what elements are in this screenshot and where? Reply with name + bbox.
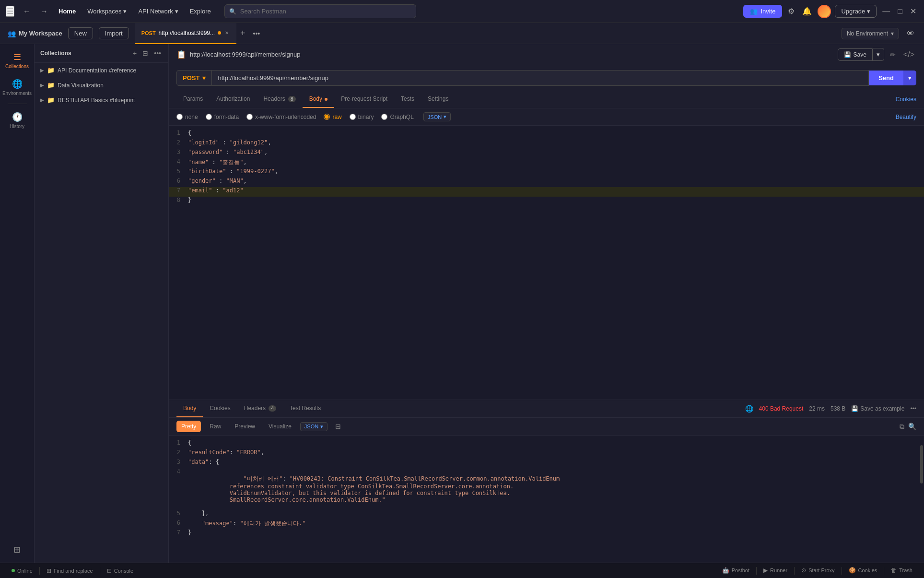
upgrade-button[interactable]: Upgrade ▾: [835, 5, 877, 18]
code-line: 4 "미처리 에러": "HV000243: Constraint ConSil…: [169, 468, 924, 510]
tab-params[interactable]: Params: [176, 91, 210, 108]
send-button[interactable]: Send: [869, 71, 903, 85]
online-dot: [12, 569, 15, 572]
tab-authorization[interactable]: Authorization: [210, 91, 257, 108]
scrollbar-thumb[interactable]: [920, 445, 923, 484]
response-tab-headers[interactable]: Headers 4: [237, 400, 283, 417]
new-tab-button[interactable]: +: [236, 23, 249, 44]
back-button[interactable]: ←: [20, 5, 34, 18]
trash-button[interactable]: 🗑 Trash: [885, 567, 918, 574]
send-dropdown-button[interactable]: ▾: [903, 71, 916, 85]
response-more-button[interactable]: •••: [910, 405, 916, 412]
more-collections-button[interactable]: •••: [152, 48, 163, 59]
save-button[interactable]: 💾 Save: [838, 48, 873, 61]
window-close-icon[interactable]: ✕: [908, 5, 918, 18]
avatar[interactable]: [818, 5, 831, 18]
save-example-button[interactable]: 💾 Save as example: [851, 405, 904, 412]
body-opt-form-data[interactable]: form-data: [206, 114, 239, 120]
menu-icon[interactable]: ☰: [6, 6, 14, 17]
body-opt-none[interactable]: none: [176, 114, 198, 120]
tab-url: http://localhost:9999...: [159, 30, 215, 36]
bell-icon[interactable]: 🔔: [800, 5, 814, 18]
environment-selector[interactable]: No Environment ▾: [842, 28, 899, 39]
code-snippet-button[interactable]: </>: [901, 48, 916, 61]
window-maximize-icon[interactable]: □: [896, 5, 904, 18]
response-search-button[interactable]: 🔍: [908, 423, 916, 430]
cookies-link[interactable]: Cookies: [896, 91, 916, 107]
body-opt-raw[interactable]: raw: [324, 114, 341, 120]
start-proxy-button[interactable]: ⊙ Start Proxy: [795, 567, 840, 574]
collection-api-docs[interactable]: ▶ 📁 API Documentation #reference: [35, 63, 168, 78]
method-selector[interactable]: POST ▾: [176, 70, 212, 86]
window-minimize-icon[interactable]: —: [880, 5, 892, 18]
collection-data-viz[interactable]: ▶ 📁 Data Visualization: [35, 78, 168, 93]
filter-collections-button[interactable]: ⊟: [141, 48, 150, 59]
tab-tests[interactable]: Tests: [394, 91, 421, 108]
response-tab-test-results[interactable]: Test Results: [283, 400, 327, 417]
json-format-selector[interactable]: JSON ▾: [423, 112, 451, 121]
sidebar-item-apps[interactable]: ⊞: [2, 541, 33, 559]
api-network-menu[interactable]: API Network ▾: [134, 6, 182, 17]
sidebar-divider: [8, 104, 27, 104]
collection-restful-basics[interactable]: ▶ 📁 RESTful API Basics #blueprint: [35, 93, 168, 107]
res-sub-tab-preview[interactable]: Preview: [230, 421, 260, 432]
body-opt-graphql[interactable]: GraphQL: [381, 114, 413, 120]
postbot-button[interactable]: 🤖 Postbot: [716, 567, 755, 574]
body-opt-binary[interactable]: binary: [350, 114, 374, 120]
find-replace-button[interactable]: ⊞ Find and replace: [41, 563, 99, 578]
response-tab-body[interactable]: Body: [176, 400, 203, 417]
tab-pre-request[interactable]: Pre-request Script: [334, 91, 394, 108]
chevron-down-icon: ▾: [175, 8, 178, 15]
workspaces-menu[interactable]: Workspaces ▾: [83, 6, 130, 17]
response-filter-icon[interactable]: ⊟: [335, 423, 341, 430]
invite-button[interactable]: 👥 Invite: [743, 5, 782, 18]
res-sub-tab-visualize[interactable]: Visualize: [264, 421, 296, 432]
tab-settings[interactable]: Settings: [421, 91, 455, 108]
request-tab[interactable]: POST http://localhost:9999... ✕: [135, 23, 236, 44]
console-button[interactable]: ⊟ Console: [101, 563, 139, 578]
new-button[interactable]: New: [68, 27, 93, 39]
environment-view-button[interactable]: 👁: [905, 27, 916, 40]
response-tabs-bar: Body Cookies Headers 4 Test Results 🌐 40…: [169, 400, 924, 418]
search-bar: 🔍: [224, 4, 416, 18]
forward-button[interactable]: →: [37, 5, 51, 18]
topbar: ☰ ← → Home Workspaces ▾ API Network ▾ Ex…: [0, 0, 924, 23]
res-sub-tab-pretty[interactable]: Pretty: [176, 421, 201, 432]
apps-icon: ⊞: [13, 544, 21, 555]
response-copy-button[interactable]: ⧉: [900, 423, 904, 431]
tab-headers[interactable]: Headers 8: [257, 91, 302, 108]
body-opt-urlencoded[interactable]: x-www-form-urlencoded: [246, 114, 316, 120]
sidebar: ☰ Collections 🌐 Environments 🕐 History ⊞: [0, 44, 35, 563]
add-collection-button[interactable]: +: [131, 48, 138, 59]
settings-icon[interactable]: ⚙: [786, 5, 796, 18]
response-format-selector[interactable]: JSON ▾: [300, 422, 327, 431]
search-input[interactable]: [224, 4, 416, 18]
chevron-down-icon: ▾: [320, 424, 323, 430]
beautify-button[interactable]: Beautify: [896, 114, 916, 120]
url-bar: POST ▾ Send ▾: [169, 65, 924, 91]
import-button[interactable]: Import: [99, 27, 129, 39]
response-tab-cookies[interactable]: Cookies: [203, 400, 237, 417]
sidebar-item-environments[interactable]: 🌐 Environments: [2, 75, 33, 100]
request-body-editor[interactable]: 1 { 2 "loginId" : "gildong12", 3 "passwo…: [169, 126, 924, 400]
tab-body[interactable]: Body: [303, 91, 335, 108]
response-sub-tabs-bar: Pretty Raw Preview Visualize JSON ▾ ⊟ ⧉ …: [169, 418, 924, 436]
more-tabs-button[interactable]: •••: [249, 23, 264, 44]
collections-icon: ☰: [13, 52, 21, 62]
save-dropdown-button[interactable]: ▾: [873, 48, 884, 61]
topbar-right: 👥 Invite ⚙ 🔔 Upgrade ▾ — □ ✕: [743, 5, 918, 18]
home-link[interactable]: Home: [55, 6, 80, 17]
res-sub-tab-raw[interactable]: Raw: [205, 421, 226, 432]
status-badge: 400 Bad Request: [759, 405, 804, 412]
explore-link[interactable]: Explore: [186, 6, 215, 17]
url-input[interactable]: [212, 70, 869, 86]
runner-button[interactable]: ▶ Runner: [758, 567, 793, 574]
response-body[interactable]: 1 { 2 "resultCode": "ERROR", 3 "data": {…: [169, 436, 924, 563]
collection-label: API Documentation #reference: [58, 67, 136, 74]
cookies-button[interactable]: 🍪 Cookies: [843, 567, 883, 574]
invite-icon: 👥: [750, 8, 758, 15]
tab-close-button[interactable]: ✕: [224, 29, 230, 36]
edit-icon[interactable]: ✏: [888, 49, 898, 60]
sidebar-item-collections[interactable]: ☰ Collections: [2, 48, 33, 73]
sidebar-item-history[interactable]: 🕐 History: [2, 108, 33, 133]
